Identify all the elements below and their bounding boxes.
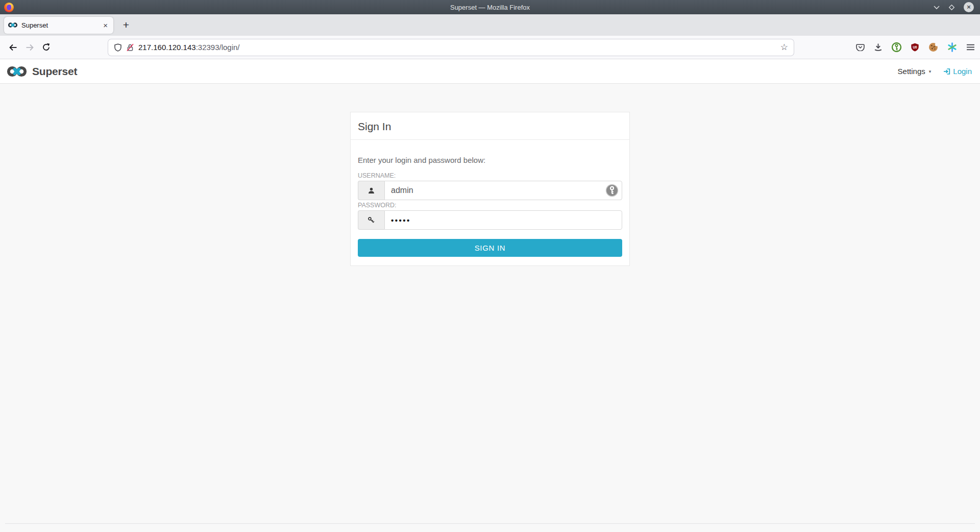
username-addon [358,181,384,200]
reload-button[interactable] [38,39,54,56]
sign-in-button[interactable]: SIGN IN [358,239,622,257]
page-content: Sign In Enter your login and password be… [0,84,980,532]
password-label: PASSWORD: [358,202,622,209]
password-input[interactable] [384,210,622,230]
brand-title: Superset [32,65,77,78]
forward-button[interactable] [21,39,38,56]
window-maximize-icon[interactable] [948,4,955,11]
navbar-right: Settings ▾ Login [898,67,974,76]
keepassxc-extension-icon[interactable] [892,42,901,52]
username-label: USERNAME: [358,172,622,179]
keepassxc-autofill-icon[interactable] [605,184,619,199]
login-link[interactable]: Login [943,67,972,76]
tab-title: Superset [21,21,102,29]
key-icon [368,216,375,224]
tab-close-icon[interactable]: × [102,21,109,30]
ublock-origin-icon[interactable]: U0 [911,43,919,52]
chevron-down-icon: ▾ [929,69,932,74]
tab-superset[interactable]: Superset × [4,17,113,34]
page-footer-divider [5,523,975,532]
sign-in-icon [943,68,951,75]
window-titlebar: Superset — Mozilla Firefox × [0,0,980,14]
password-addon [358,210,384,230]
password-group [358,210,622,230]
panel-title: Sign In [351,112,629,140]
back-button[interactable] [5,39,21,56]
user-icon [368,187,375,195]
url-bar[interactable]: 217.160.120.143:32393/login/ ☆ [108,39,794,56]
url-path: :32393/login/ [196,43,240,52]
url-text[interactable]: 217.160.120.143:32393/login/ [138,43,776,52]
insecure-lock-icon[interactable] [127,43,134,52]
navigation-toolbar: 217.160.120.143:32393/login/ ☆ U0 [0,36,980,59]
window-controls: × [934,2,974,12]
superset-favicon [8,22,17,28]
window-minimize-icon[interactable] [934,5,940,10]
new-tab-button[interactable]: + [118,17,134,33]
tab-strip: Superset × + [0,14,980,36]
login-label: Login [953,67,972,76]
svg-text:U0: U0 [913,45,917,49]
tracking-protection-shield-icon[interactable] [114,43,122,52]
superset-brand[interactable]: Superset [6,65,77,78]
window-title: Superset — Mozilla Firefox [0,4,980,11]
bookmark-star-icon[interactable]: ☆ [780,42,788,53]
cookie-extension-icon[interactable] [928,42,938,52]
superset-logo-icon [6,65,28,78]
sign-in-form: Enter your login and password below: USE… [351,140,629,265]
toolbar-extensions: U0 [856,42,975,52]
pocket-icon[interactable] [856,43,865,51]
superset-navbar: Superset Settings ▾ Login [0,59,980,84]
downloads-icon[interactable] [874,43,883,52]
sign-in-panel: Sign In Enter your login and password be… [350,112,630,266]
sparkle-extension-icon[interactable] [947,42,957,52]
instruction-text: Enter your login and password below: [358,156,622,164]
url-host: 217.160.120.143 [138,43,196,52]
menu-icon[interactable] [966,44,975,51]
username-group [358,181,622,200]
settings-label: Settings [898,67,925,76]
window-close-icon[interactable]: × [964,2,974,12]
username-input[interactable] [384,181,622,200]
settings-menu[interactable]: Settings ▾ [898,67,932,76]
